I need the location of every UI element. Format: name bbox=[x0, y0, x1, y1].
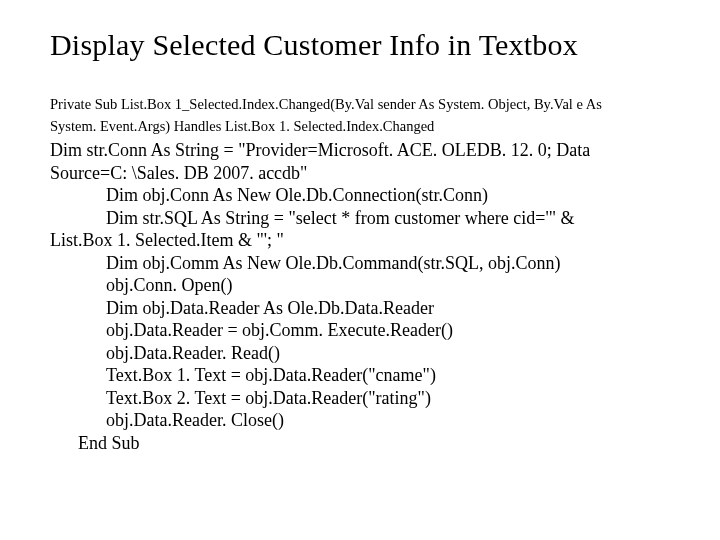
code-signature-line-2: System. Event.Args) Handles List.Box 1. … bbox=[50, 118, 670, 136]
code-line: Dim obj.Conn As New Ole.Db.Connection(st… bbox=[50, 184, 670, 207]
code-line: Text.Box 1. Text = obj.Data.Reader("cnam… bbox=[50, 364, 670, 387]
code-line: Dim obj.Comm As New Ole.Db.Command(str.S… bbox=[50, 252, 670, 275]
code-body: Dim str.Conn As String = "Provider=Micro… bbox=[50, 139, 670, 454]
code-line: Source=C: \Sales. DB 2007. accdb" bbox=[50, 162, 670, 185]
slide: Display Selected Customer Info in Textbo… bbox=[0, 0, 720, 540]
code-line: Dim str.Conn As String = "Provider=Micro… bbox=[50, 139, 670, 162]
code-signature-line-1: Private Sub List.Box 1_Selected.Index.Ch… bbox=[50, 96, 670, 114]
code-line: Dim str.SQL As String = "select * from c… bbox=[50, 207, 670, 230]
code-line: obj.Data.Reader = obj.Comm. Execute.Read… bbox=[50, 319, 670, 342]
code-line: List.Box 1. Selected.Item & "'; " bbox=[50, 229, 670, 252]
code-line: Dim obj.Data.Reader As Ole.Db.Data.Reade… bbox=[50, 297, 670, 320]
slide-title: Display Selected Customer Info in Textbo… bbox=[50, 28, 670, 62]
code-line: obj.Data.Reader. Read() bbox=[50, 342, 670, 365]
code-line: Text.Box 2. Text = obj.Data.Reader("rati… bbox=[50, 387, 670, 410]
code-line: End Sub bbox=[50, 432, 670, 455]
code-line: obj.Conn. Open() bbox=[50, 274, 670, 297]
code-line: obj.Data.Reader. Close() bbox=[50, 409, 670, 432]
